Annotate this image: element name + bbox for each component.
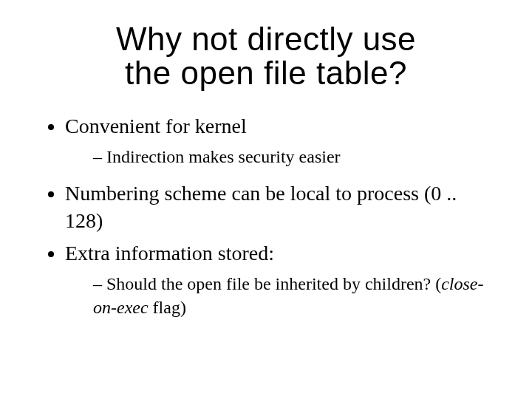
bullet-1-sub-1-text: Indirection makes security easier: [106, 147, 341, 166]
title-line-2: the open file table?: [125, 55, 407, 91]
slide: Why not directly use the open file table…: [0, 0, 532, 399]
bullet-1: Convenient for kernel Indirection makes …: [65, 112, 495, 168]
slide-title: Why not directly use the open file table…: [37, 22, 495, 90]
bullet-1-sub-1: Indirection makes security easier: [93, 145, 495, 168]
bullet-3: Extra information stored: Should the ope…: [65, 239, 495, 320]
bullet-3-sub-1-suffix: flag): [149, 298, 186, 317]
bullet-3-sub-1: Should the open file be inherited by chi…: [93, 272, 495, 320]
bullet-1-sublist: Indirection makes security easier: [65, 145, 495, 168]
bullet-list: Convenient for kernel Indirection makes …: [37, 112, 495, 319]
bullet-2: Numbering scheme can be local to process…: [65, 180, 495, 236]
bullet-2-text: Numbering scheme can be local to process…: [65, 182, 457, 233]
bullet-3-text: Extra information stored:: [65, 242, 274, 265]
bullet-3-sublist: Should the open file be inherited by chi…: [65, 272, 495, 320]
title-line-1: Why not directly use: [116, 21, 416, 57]
bullet-3-sub-1-prefix: Should the open file be inherited by chi…: [106, 274, 441, 293]
bullet-1-text: Convenient for kernel: [65, 115, 247, 137]
